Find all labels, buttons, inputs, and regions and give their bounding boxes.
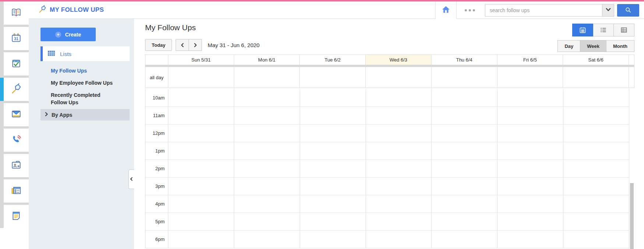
time-cell[interactable] — [497, 213, 563, 230]
time-cell[interactable] — [497, 178, 563, 195]
time-cell[interactable] — [366, 124, 432, 142]
rail-item-notes[interactable] — [4, 205, 29, 228]
day-header-sat[interactable]: Sat 6/6 — [563, 55, 629, 65]
time-cell[interactable] — [234, 195, 300, 213]
table-view-button[interactable] — [613, 24, 634, 36]
day-header-thu[interactable]: Thu 6/4 — [431, 55, 497, 65]
time-cell[interactable] — [168, 89, 234, 106]
time-cell[interactable] — [563, 231, 629, 248]
rail-item-calls[interactable] — [4, 129, 29, 152]
all-day-cell[interactable] — [365, 67, 431, 88]
time-cell[interactable] — [431, 213, 497, 230]
time-cell[interactable] — [497, 107, 563, 124]
rail-item-tasks[interactable] — [4, 52, 29, 76]
time-cell[interactable] — [563, 124, 629, 142]
all-day-cell[interactable] — [234, 67, 300, 88]
time-cell[interactable] — [168, 160, 234, 177]
time-cell[interactable] — [168, 142, 234, 159]
time-cell[interactable] — [234, 178, 300, 195]
time-cell[interactable] — [563, 142, 629, 159]
time-cell[interactable] — [497, 231, 563, 248]
time-cell[interactable] — [300, 195, 366, 213]
time-cell[interactable] — [300, 107, 366, 124]
all-day-cell[interactable] — [168, 67, 234, 88]
time-cell[interactable] — [300, 231, 366, 248]
time-cell[interactable] — [300, 178, 366, 195]
scrollbar-thumb[interactable] — [630, 183, 634, 249]
rail-item-follow-ups[interactable] — [4, 78, 29, 101]
today-button[interactable]: Today — [145, 39, 172, 51]
search-scope-dropdown[interactable] — [602, 4, 614, 17]
time-cell[interactable] — [366, 89, 432, 106]
time-cell[interactable] — [431, 231, 497, 248]
time-cell[interactable] — [431, 124, 497, 142]
time-cell[interactable] — [168, 231, 234, 248]
sidebar-collapse-handle[interactable] — [129, 169, 134, 189]
all-day-cell[interactable] — [563, 67, 629, 88]
time-cell[interactable] — [366, 213, 432, 230]
time-cell[interactable] — [234, 142, 300, 159]
time-cell[interactable] — [300, 89, 366, 106]
time-cell[interactable] — [563, 89, 629, 106]
time-cell[interactable] — [300, 142, 366, 159]
time-cell[interactable] — [431, 142, 497, 159]
calendar-scrollbar[interactable] — [629, 89, 634, 249]
time-cell[interactable] — [168, 107, 234, 124]
day-header-mon[interactable]: Mon 6/1 — [234, 55, 300, 65]
calendar-view-button[interactable] — [572, 24, 593, 36]
time-cell[interactable] — [497, 195, 563, 213]
time-cell[interactable] — [431, 107, 497, 124]
search-button[interactable] — [617, 4, 639, 17]
sidebar-section-by-apps[interactable]: By Apps — [41, 109, 130, 120]
time-cell[interactable] — [234, 124, 300, 142]
rail-item-mail[interactable] — [4, 103, 29, 126]
time-cell[interactable] — [497, 89, 563, 106]
next-week-button[interactable] — [189, 39, 202, 51]
time-cell[interactable] — [366, 178, 432, 195]
time-cell[interactable] — [168, 213, 234, 230]
time-cell[interactable] — [563, 178, 629, 195]
month-view-button[interactable]: Month — [606, 40, 634, 52]
sidebar-section-lists[interactable]: Lists — [41, 46, 130, 61]
time-cell[interactable] — [563, 195, 629, 213]
time-cell[interactable] — [563, 213, 629, 230]
rail-item-contacts[interactable] — [4, 154, 29, 177]
create-button[interactable]: + Create — [41, 28, 96, 41]
day-view-button[interactable]: Day — [557, 40, 580, 52]
time-cell[interactable] — [366, 107, 432, 124]
sidebar-item-recently-completed[interactable]: Recently Completed Follow Ups — [51, 91, 113, 106]
time-cell[interactable] — [168, 178, 234, 195]
time-cell[interactable] — [300, 213, 366, 230]
sidebar-item-my-follow-ups[interactable]: My Follow Ups — [51, 67, 113, 74]
time-cell[interactable] — [168, 195, 234, 213]
all-day-cell[interactable] — [431, 67, 497, 88]
time-cell[interactable] — [497, 142, 563, 159]
time-cell[interactable] — [366, 195, 432, 213]
time-cell[interactable] — [497, 160, 563, 177]
time-cell[interactable] — [234, 89, 300, 106]
time-cell[interactable] — [168, 124, 234, 142]
time-cell[interactable] — [234, 107, 300, 124]
sidebar-item-my-employee-follow-ups[interactable]: My Employee Follow Ups — [51, 79, 113, 87]
time-cell[interactable] — [431, 178, 497, 195]
prev-week-button[interactable] — [176, 39, 189, 51]
time-cell[interactable] — [366, 142, 432, 159]
search-input[interactable] — [485, 4, 602, 17]
all-day-cell[interactable] — [497, 67, 563, 88]
rail-item-library[interactable] — [4, 1, 29, 25]
time-cell[interactable] — [234, 160, 300, 177]
rail-item-calendar[interactable]: 31 — [4, 27, 29, 50]
time-cell[interactable] — [431, 195, 497, 213]
time-cell[interactable] — [234, 231, 300, 248]
home-button[interactable] — [435, 1, 457, 19]
time-cell[interactable] — [563, 107, 629, 124]
more-options-button[interactable] — [460, 1, 479, 19]
day-header-fri[interactable]: Fri 6/5 — [497, 55, 563, 65]
time-cell[interactable] — [431, 160, 497, 177]
time-cell[interactable] — [431, 89, 497, 106]
time-cell[interactable] — [300, 124, 366, 142]
day-header-tue[interactable]: Tue 6/2 — [299, 55, 365, 65]
day-header-sun[interactable]: Sun 5/31 — [168, 55, 234, 65]
rail-item-feeds[interactable] — [4, 179, 29, 203]
time-cell[interactable] — [563, 160, 629, 177]
